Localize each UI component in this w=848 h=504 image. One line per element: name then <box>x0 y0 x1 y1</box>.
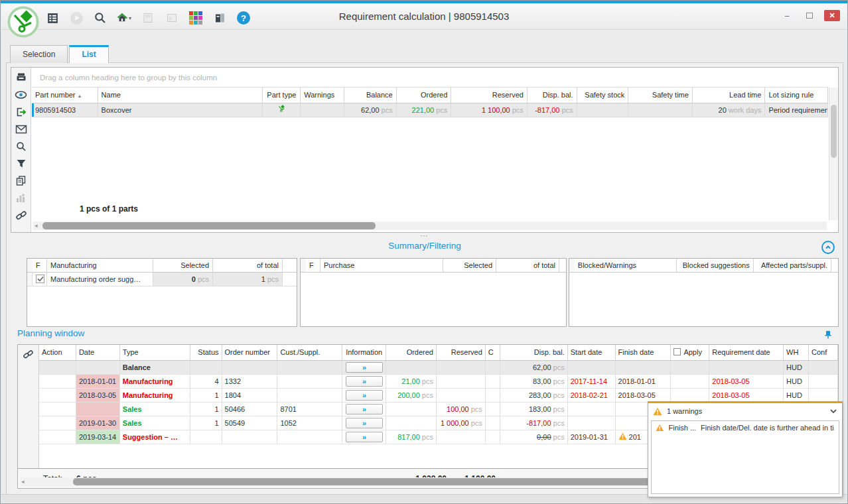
summary-col-blocked-suggestions[interactable]: Blocked suggestions <box>677 259 753 272</box>
plan-row[interactable]: 2018-03-05Manufacturing11804»200,00pcs28… <box>39 389 838 403</box>
summary-col-of-total[interactable]: of total <box>213 259 283 272</box>
summary-selected: 0pcs <box>153 273 213 286</box>
chevron-down-icon[interactable] <box>829 409 837 414</box>
plan-cell-type: Suggestion – … <box>120 430 190 444</box>
summary-col-selected[interactable]: Selected <box>443 259 496 272</box>
filter-checkbox[interactable] <box>36 275 44 283</box>
home-icon[interactable]: ▾ <box>117 11 131 25</box>
column-header-warn[interactable]: Warnings <box>301 88 344 103</box>
collapse-section-button[interactable] <box>821 241 835 254</box>
summary-filtering-title: Summary/Filtering <box>7 241 843 251</box>
home-dropdown-caret[interactable]: ▾ <box>129 15 131 21</box>
filter-icon[interactable] <box>15 157 28 170</box>
information-button[interactable]: » <box>346 404 383 414</box>
search-icon[interactable] <box>93 11 107 25</box>
summary-row-manufacturing[interactable]: Manufacturing order sugg…0pcs1pcs <box>27 273 297 286</box>
information-button[interactable]: » <box>346 390 383 401</box>
plan-col-status[interactable]: Status <box>190 345 222 360</box>
warning-list-item[interactable]: Finish ... Finish date/Del. date is furt… <box>656 424 835 432</box>
plan-col-wh[interactable]: WH <box>784 345 809 360</box>
section-splitter[interactable]: ⋯ <box>7 233 843 238</box>
plan-col-ordered[interactable]: Ordered <box>386 345 437 360</box>
summary-col-f[interactable]: F <box>306 259 320 272</box>
parts-grid-hscrollbar[interactable]: ◂ <box>33 221 827 230</box>
plan-cell-info[interactable]: » <box>342 361 386 374</box>
scroll-left-arrow-icon[interactable]: ◂ <box>35 221 41 230</box>
plan-row[interactable]: Balance»62,00pcsHUD <box>39 361 838 375</box>
summary-col-blocked-warnings[interactable]: Blocked/Warnings <box>575 259 677 272</box>
plan-col-order[interactable]: Order number <box>222 345 278 360</box>
summary-col-affected-parts-suppl-[interactable]: Affected parts/suppl. <box>754 259 831 272</box>
plan-col-reserved[interactable]: Reserved <box>437 345 486 360</box>
hscroll-thumb[interactable] <box>42 222 376 229</box>
plan-cell-info[interactable]: » <box>342 403 386 416</box>
tab-list[interactable]: List <box>69 45 108 63</box>
plan-cell-info[interactable]: » <box>342 416 386 430</box>
plan-col-req[interactable]: Requirement date <box>709 345 784 360</box>
summary-col-selected[interactable]: Selected <box>153 259 213 272</box>
preview-eye-icon[interactable] <box>15 88 28 101</box>
zoom-icon[interactable] <box>15 140 28 153</box>
group-by-bar[interactable]: Drag a column heading here to group by t… <box>32 68 828 88</box>
plan-col-date[interactable]: Date <box>76 345 120 360</box>
plan-col-disp[interactable]: Disp. bal. <box>500 345 568 360</box>
column-header-balance[interactable]: Balance <box>344 88 397 103</box>
column-header-stime[interactable]: Safety time <box>628 88 693 103</box>
plan-cell-reserved <box>437 430 486 444</box>
warnings-popup-header[interactable]: 1 warnings <box>648 403 842 419</box>
plan-col-c[interactable]: C <box>486 345 500 360</box>
information-button[interactable]: » <box>346 432 383 442</box>
plan-col-cust[interactable]: Cust./Suppl. <box>277 345 342 360</box>
print-icon[interactable] <box>15 71 28 84</box>
register-book-icon[interactable] <box>212 11 227 25</box>
plan-cell-info[interactable]: » <box>342 389 386 402</box>
close-button[interactable]: ✕ <box>824 10 840 21</box>
pin-icon[interactable] <box>824 330 832 342</box>
plan-cell-info[interactable]: » <box>342 430 386 444</box>
vscroll-thumb[interactable] <box>831 105 837 158</box>
plan-col-info[interactable]: Information <box>342 345 386 360</box>
parts-grid-vscrollbar[interactable] <box>829 88 838 220</box>
column-header-part[interactable]: Part number ▲ <box>32 88 98 103</box>
cell-part: 9805914503 <box>32 103 98 117</box>
menu-list-icon[interactable] <box>45 11 60 25</box>
help-icon[interactable]: ? <box>236 11 251 25</box>
column-header-sstock[interactable]: Safety stock <box>577 88 629 103</box>
information-button[interactable]: » <box>346 362 383 373</box>
apply-all-checkbox[interactable] <box>673 348 681 355</box>
plan-cell-c <box>486 361 500 374</box>
summary-col-filler <box>831 259 838 272</box>
tab-selection[interactable]: Selection <box>10 45 68 63</box>
column-header-ordered[interactable]: Ordered <box>397 88 452 103</box>
plan-col-start[interactable]: Start date <box>568 345 616 360</box>
copy-icon[interactable] <box>15 174 28 187</box>
link-icon[interactable] <box>22 348 35 361</box>
summary-col-f[interactable]: F <box>33 259 47 272</box>
plan-cell-info[interactable]: » <box>342 375 386 388</box>
plan-row[interactable]: 2018-01-01Manufacturing41332»21,00pcs83,… <box>39 375 838 389</box>
plan-col-apply[interactable]: Apply <box>671 345 709 360</box>
maximize-button[interactable] <box>802 10 817 21</box>
scroll-left-arrow-icon[interactable]: ◂ <box>21 477 28 486</box>
column-header-ptype[interactable]: Part type <box>263 88 301 103</box>
information-button[interactable]: » <box>346 376 383 387</box>
plan-col-finish[interactable]: Finish date <box>616 345 671 360</box>
plan-col-action[interactable]: Action <box>39 345 76 360</box>
plan-col-conf[interactable]: Conf <box>809 345 838 360</box>
color-palette-icon[interactable] <box>188 11 203 25</box>
plan-col-type[interactable]: Type <box>120 345 190 360</box>
parts-grid-row[interactable]: 9805914503Boxcover62,00pcs221,00pcs1 100… <box>32 103 828 117</box>
minimize-button[interactable]: – <box>779 10 795 21</box>
summary-col-manufacturing[interactable]: Manufacturing <box>47 259 153 272</box>
column-header-disp[interactable]: Disp. bal. <box>528 88 577 103</box>
summary-col-of-total[interactable]: of total <box>496 259 559 272</box>
email-icon[interactable] <box>15 123 28 135</box>
column-header-lot[interactable]: Lot sizing rule <box>765 88 828 103</box>
information-button[interactable]: » <box>346 418 383 428</box>
column-header-lead[interactable]: Lead time <box>693 88 766 103</box>
column-header-reserved[interactable]: Reserved <box>451 88 528 103</box>
link-icon[interactable] <box>15 209 28 221</box>
summary-col-purchase[interactable]: Purchase <box>320 259 443 272</box>
column-header-name[interactable]: Name <box>98 88 263 103</box>
export-icon[interactable] <box>15 105 28 118</box>
